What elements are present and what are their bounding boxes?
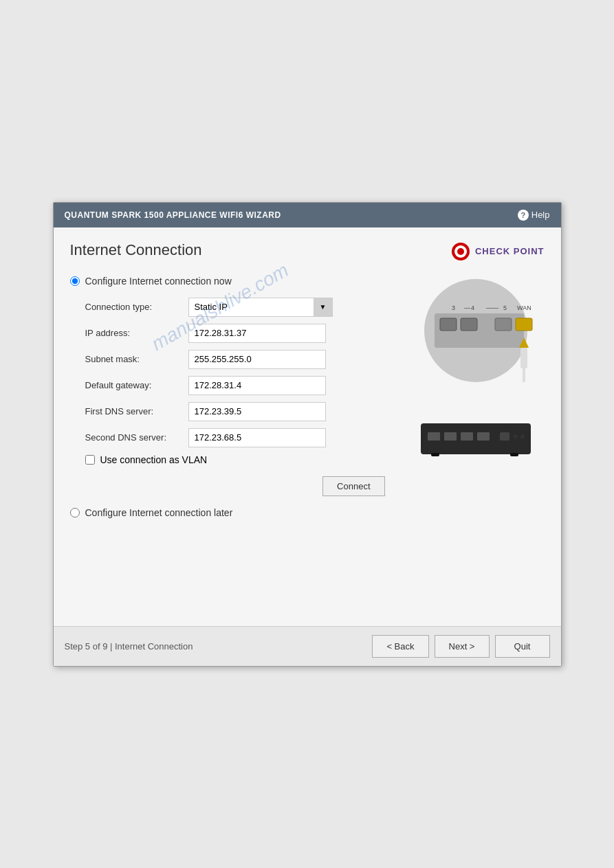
svg-point-2 xyxy=(457,248,464,255)
first-dns-input[interactable]: 172.23.39.5 xyxy=(188,402,326,421)
router-device-svg xyxy=(414,413,538,461)
configure-later-radio[interactable] xyxy=(70,508,80,518)
back-button[interactable]: < Back xyxy=(372,635,428,658)
connect-button[interactable]: Connect xyxy=(322,476,384,496)
second-dns-row: Second DNS server: 172.23.68.5 xyxy=(85,428,393,447)
wizard-titlebar: QUANTUM SPARK 1500 APPLIANCE WIFI6 WIZAR… xyxy=(54,203,561,227)
wizard-body: Internet Connection CHECK POINT xyxy=(54,227,561,626)
page-title: Internet Connection xyxy=(70,241,202,259)
wizard-right: 3 — 4 —— 5 WAN xyxy=(407,276,545,612)
help-label: Help xyxy=(531,210,550,220)
svg-rect-21 xyxy=(461,432,473,441)
svg-rect-22 xyxy=(477,432,490,441)
vlan-label: Use connection as VLAN xyxy=(100,454,208,465)
configure-now-label: Configure Internet connection now xyxy=(85,276,232,287)
svg-rect-19 xyxy=(428,432,440,441)
wizard-main-area: Internet Connection CHECK POINT xyxy=(54,227,561,666)
svg-rect-23 xyxy=(500,432,509,441)
subnet-mask-label: Subnet mask: xyxy=(85,354,188,364)
svg-rect-16 xyxy=(520,348,527,368)
connection-type-row: Connection type: Static IP DHCP PPPoE ▼ xyxy=(85,298,393,317)
vlan-checkbox[interactable] xyxy=(85,455,95,465)
vlan-checkbox-row: Use connection as VLAN xyxy=(85,454,393,465)
default-gateway-input[interactable]: 172.28.31.4 xyxy=(188,376,326,395)
page-wrapper: QUANTUM SPARK 1500 APPLIANCE WIFI6 WIZAR… xyxy=(0,175,614,694)
ip-address-label: IP address: xyxy=(85,328,188,338)
svg-text:—: — xyxy=(464,304,470,311)
wizard-left: Configure Internet connection now Connec… xyxy=(70,276,393,612)
checkpoint-brand-text: CHECK POINT xyxy=(475,246,545,256)
connection-type-wrapper: Static IP DHCP PPPoE ▼ xyxy=(188,298,333,317)
ip-address-row: IP address: 172.28.31.37 xyxy=(85,324,393,343)
subnet-mask-input[interactable]: 255.255.255.0 xyxy=(188,350,326,369)
checkpoint-logo: CHECK POINT xyxy=(450,241,545,262)
svg-rect-17 xyxy=(523,368,525,382)
first-dns-label: First DNS server: xyxy=(85,406,188,416)
svg-rect-12 xyxy=(461,318,477,331)
form-section: Connection type: Static IP DHCP PPPoE ▼ xyxy=(85,298,393,496)
svg-rect-20 xyxy=(444,432,457,441)
wizard-footer: Step 5 of 9 | Internet Connection < Back… xyxy=(54,626,561,666)
wizard-title-text: QUANTUM SPARK 1500 APPLIANCE WIFI6 WIZAR… xyxy=(65,210,281,220)
wizard-content: Configure Internet connection now Connec… xyxy=(70,276,545,612)
configure-later-label: Configure Internet connection later xyxy=(85,507,233,518)
port-diagram: 3 — 4 —— 5 WAN xyxy=(414,276,538,406)
first-dns-row: First DNS server: 172.23.39.5 xyxy=(85,402,393,421)
configure-later-option[interactable]: Configure Internet connection later xyxy=(70,507,393,518)
help-circle-icon: ? xyxy=(518,210,529,221)
svg-text:5: 5 xyxy=(503,304,507,311)
second-dns-label: Second DNS server: xyxy=(85,432,188,443)
wizard-header-row: Internet Connection CHECK POINT xyxy=(70,241,545,262)
configure-now-radio[interactable] xyxy=(70,276,80,286)
help-button[interactable]: ? Help xyxy=(518,210,550,221)
wizard-window: QUANTUM SPARK 1500 APPLIANCE WIFI6 WIZAR… xyxy=(53,202,562,667)
router-device-area xyxy=(414,413,538,463)
step-info: Step 5 of 9 | Internet Connection xyxy=(65,641,193,652)
svg-rect-11 xyxy=(440,318,457,331)
footer-buttons: < Back Next > Quit xyxy=(372,635,549,658)
svg-rect-27 xyxy=(510,453,518,456)
svg-text:——: —— xyxy=(486,304,498,311)
default-gateway-label: Default gateway: xyxy=(85,380,188,390)
port-diagram-svg: 3 — 4 —— 5 WAN xyxy=(414,276,538,406)
subnet-mask-row: Subnet mask: 255.255.255.0 xyxy=(85,350,393,369)
connection-type-select[interactable]: Static IP DHCP PPPoE xyxy=(188,298,333,317)
svg-rect-13 xyxy=(495,318,512,331)
quit-button[interactable]: Quit xyxy=(495,635,550,658)
second-dns-input[interactable]: 172.23.68.5 xyxy=(188,428,326,447)
svg-point-24 xyxy=(514,434,518,438)
svg-text:WAN: WAN xyxy=(517,304,531,311)
svg-rect-14 xyxy=(516,318,532,331)
checkpoint-name: CHECK POINT xyxy=(475,246,545,256)
connect-btn-row: Connect xyxy=(85,476,393,496)
connection-type-label: Connection type: xyxy=(85,302,188,312)
svg-text:3: 3 xyxy=(452,304,455,311)
configure-now-option[interactable]: Configure Internet connection now xyxy=(70,276,393,287)
svg-text:4: 4 xyxy=(471,304,474,311)
ip-address-input[interactable]: 172.28.31.37 xyxy=(188,324,326,343)
default-gateway-row: Default gateway: 172.28.31.4 xyxy=(85,376,393,395)
svg-rect-26 xyxy=(431,453,439,456)
next-button[interactable]: Next > xyxy=(435,635,490,658)
svg-point-25 xyxy=(520,434,525,438)
checkpoint-logo-icon xyxy=(450,241,471,262)
